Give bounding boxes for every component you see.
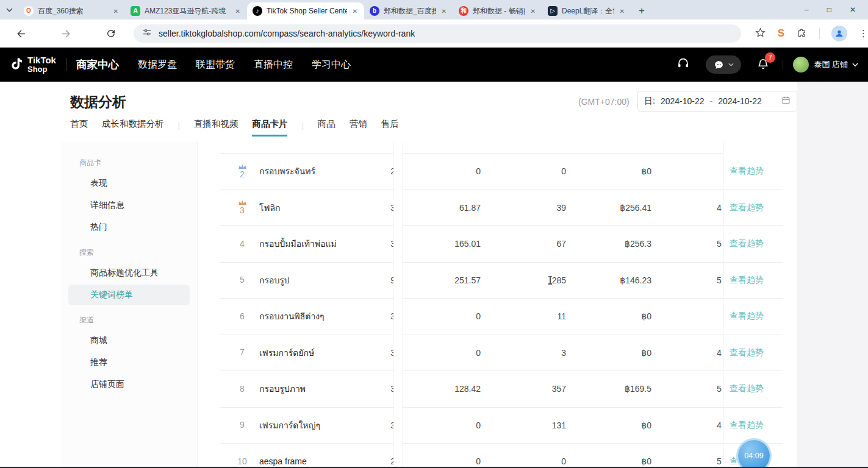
- bookmark-star-icon[interactable]: [755, 27, 766, 41]
- tab-close-icon[interactable]: ✕: [619, 7, 626, 16]
- notification-badge: 7: [765, 52, 775, 63]
- page-tab[interactable]: 首页: [70, 118, 88, 136]
- tab-close-icon[interactable]: ✕: [440, 7, 448, 16]
- sidebar-item[interactable]: 关键词榜单: [68, 285, 190, 305]
- sidebar-item[interactable]: 商城: [68, 330, 190, 351]
- navbar-menu-item[interactable]: 数据罗盘: [138, 58, 177, 71]
- navbar-menu-item[interactable]: 联盟带货: [196, 58, 235, 71]
- tiktok-shop-logo[interactable]: TikTok Shop: [9, 55, 56, 73]
- calendar-icon[interactable]: [781, 96, 791, 107]
- metric-1-cell: 0: [407, 444, 481, 468]
- shop-name-label: 泰国 店铺: [814, 59, 848, 70]
- browser-tab-strip: O百度_360搜索✕AAMZ123亚马逊导航-跨境✕♪TikTok Shop S…: [0, 0, 868, 20]
- recorder-timer: 04:09: [744, 452, 763, 460]
- chat-bubble-icon: [714, 60, 724, 70]
- date-end-value: 2024-10-22: [718, 96, 762, 106]
- navbar-menu-item[interactable]: 直播中控: [254, 58, 293, 71]
- table-row: 3โฟลิก361.8739฿256.414查看趋势: [220, 190, 783, 227]
- rank-cell: 8: [229, 371, 256, 407]
- clipped-right-value: 5: [717, 371, 723, 407]
- clipped-left-value: 3: [353, 190, 395, 226]
- sidebar-item[interactable]: 表现: [68, 173, 190, 194]
- sidebar-item[interactable]: 店铺页面: [68, 374, 190, 395]
- view-trend-link[interactable]: 查看趋势: [730, 299, 764, 335]
- new-tab-button[interactable]: +: [639, 5, 645, 16]
- address-bar[interactable]: seller.tiktokglobalshop.com/compass/sear…: [134, 24, 741, 43]
- page-title: 数据分析: [70, 93, 126, 112]
- forward-button-icon[interactable]: [60, 28, 72, 40]
- tab-search-chevron-icon[interactable]: [0, 0, 18, 20]
- browser-tab[interactable]: b郑和数据_百度搜索✕: [364, 2, 453, 20]
- sidebar-section-header: 搜索: [79, 247, 197, 258]
- view-trend-link[interactable]: 查看趋势: [730, 154, 764, 190]
- support-headset-icon[interactable]: [676, 57, 690, 73]
- shop-avatar[interactable]: [793, 57, 809, 73]
- clipped-right-value: [717, 154, 723, 190]
- window-minimize-button[interactable]: –: [805, 5, 809, 14]
- view-trend-link[interactable]: 查看趋势: [730, 371, 764, 407]
- gmv-cell: ฿0: [578, 335, 651, 371]
- messages-button[interactable]: [706, 55, 741, 74]
- page-tab[interactable]: 售后: [381, 118, 399, 136]
- view-trend-link[interactable]: 查看趋势: [730, 190, 764, 226]
- sidebar-section-header: 渠道: [79, 315, 197, 325]
- date-range-picker[interactable]: 日: 2024-10-22 - 2024-10-22: [637, 91, 797, 112]
- page-tab[interactable]: 商品卡片: [252, 118, 287, 136]
- tab-close-icon[interactable]: ✕: [351, 7, 359, 16]
- tiktok-shop-navbar: TikTok Shop 商家中心数据罗盘联盟带货直播中控学习中心 7 泰国 店铺: [0, 48, 868, 82]
- timezone-label: (GMT+07:00): [578, 97, 629, 107]
- window-maximize-button[interactable]: □: [827, 5, 831, 14]
- navbar-right-divider: [783, 60, 783, 69]
- clipped-right-value: [717, 299, 723, 335]
- extensions-puzzle-icon[interactable]: [796, 27, 808, 41]
- view-trend-link[interactable]: 查看趋势: [730, 408, 764, 444]
- tab-close-icon[interactable]: ✕: [112, 7, 120, 16]
- browser-tab[interactable]: AAMZ123亚马逊导航-跨境✕: [125, 2, 247, 20]
- browser-tab[interactable]: O百度_360搜索✕: [18, 2, 125, 20]
- table-row: 10aespa frame200฿05查看趋势: [220, 444, 783, 468]
- table-row: 6กรอบงานพิธีต่างๆ3011฿0查看趋势: [220, 299, 783, 335]
- reload-button-icon[interactable]: [106, 28, 117, 39]
- back-button-icon[interactable]: [15, 28, 27, 40]
- browser-profile-avatar[interactable]: [831, 26, 847, 41]
- tab-favicon-icon: ▷: [548, 6, 558, 16]
- browser-tab[interactable]: ▷DeepL翻译：全世界最准确✕: [542, 2, 631, 20]
- page-tab[interactable]: 直播和视频: [194, 118, 239, 136]
- browser-tab[interactable]: ♪TikTok Shop Seller Cente✕: [247, 2, 364, 20]
- sidebar-item[interactable]: 商品标题优化工具: [68, 263, 190, 283]
- metric-2-cell: 3: [493, 335, 566, 371]
- view-trend-link[interactable]: 查看趋势: [730, 263, 764, 299]
- rank-cell: 10: [229, 444, 256, 468]
- shop-chevron-down-icon[interactable]: [852, 63, 858, 67]
- window-close-button[interactable]: ✕: [850, 5, 856, 14]
- extension-s-icon[interactable]: S: [778, 27, 784, 40]
- date-prefix-label: 日:: [644, 96, 655, 107]
- navbar-menu-item[interactable]: 学习中心: [312, 58, 351, 71]
- sidebar-nav: 商品卡表现详细信息热门搜索商品标题优化工具关键词榜单渠道商城推荐店铺页面: [61, 142, 198, 468]
- tab-close-icon[interactable]: ✕: [529, 7, 537, 16]
- notifications-button[interactable]: 7: [757, 57, 769, 73]
- metric-1-cell: 0: [407, 335, 481, 371]
- page-tab[interactable]: 成长和数据分析: [102, 118, 164, 136]
- keyword-cell: โฟลิก: [259, 190, 281, 226]
- sidebar-item[interactable]: 推荐: [68, 352, 190, 373]
- sidebar-item[interactable]: 详细信息: [68, 195, 190, 216]
- navbar-menu-item[interactable]: 商家中心: [76, 57, 119, 72]
- browser-menu-icon[interactable]: ⋮: [859, 28, 868, 39]
- sidebar-item[interactable]: 热门: [68, 217, 190, 238]
- page-tab[interactable]: 营销: [350, 118, 367, 136]
- view-trend-link[interactable]: 查看趋势: [730, 335, 764, 371]
- page-tab[interactable]: 商品: [318, 118, 335, 136]
- table-row: 9เฟรมการ์ดใหญ่ๆ30131฿04查看趋势: [220, 408, 783, 444]
- clipped-right-value: 4: [717, 408, 723, 444]
- site-settings-icon[interactable]: [142, 27, 152, 40]
- screen-recorder-bubble[interactable]: 04:09: [738, 440, 770, 468]
- browser-tab[interactable]: 和郑和数据 - 畅销商品榜✕: [453, 2, 542, 20]
- metric-2-cell: 39: [493, 190, 566, 226]
- clipped-left-value: 2: [353, 444, 395, 468]
- table-top-partial-row: [220, 142, 783, 154]
- tab-title: TikTok Shop Seller Cente: [267, 7, 347, 15]
- view-trend-link[interactable]: 查看趋势: [730, 226, 764, 262]
- date-separator: -: [710, 96, 713, 106]
- tab-close-icon[interactable]: ✕: [234, 7, 242, 16]
